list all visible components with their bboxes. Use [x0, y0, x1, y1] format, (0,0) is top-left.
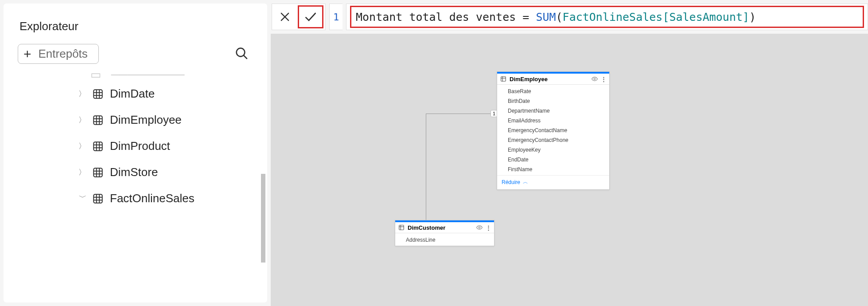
tree-item-factonlinesales[interactable]: 〉 FactOnlineSales	[4, 185, 267, 212]
add-warehouse-button[interactable]: + Entrepôts	[18, 44, 99, 64]
svg-point-36	[479, 227, 480, 228]
field[interactable]: FirstName	[508, 165, 603, 174]
dax-function: SUM	[536, 11, 556, 24]
collapse-button[interactable]: Réduire ︿	[497, 175, 609, 189]
search-icon	[234, 46, 249, 60]
add-warehouse-label: Entrepôts	[39, 47, 88, 61]
entity-dimcustomer[interactable]: DimCustomer ⋮ AddressLine	[395, 220, 494, 246]
svg-rect-17	[93, 168, 102, 177]
field[interactable]: DepartmentName	[508, 106, 603, 116]
formula-controls	[272, 4, 326, 30]
chevron-right-icon: 〉	[78, 115, 86, 125]
relationship-line[interactable]	[426, 114, 426, 238]
entity-header[interactable]: DimEmployee ⋮	[497, 72, 609, 85]
explorer-toolbar: + Entrepôts	[4, 44, 267, 67]
entity-header[interactable]: DimCustomer ⋮	[395, 220, 494, 233]
explorer-panel: Explorateur + Entrepôts ▭ ───────── 〉 Di…	[4, 4, 267, 302]
formula-input[interactable]: Montant total des ventes = SUM(FactOnlin…	[350, 6, 864, 28]
explorer-title: Explorateur	[4, 14, 267, 44]
tree-item-dimstore[interactable]: 〉 DimStore	[4, 159, 267, 185]
svg-rect-2	[93, 90, 102, 98]
field[interactable]: EmployeeKey	[508, 145, 603, 155]
accept-button[interactable]	[298, 5, 323, 28]
table-label: FactOnlineSales	[110, 192, 195, 205]
table-icon	[398, 224, 405, 231]
field[interactable]: EmergencyContactName	[508, 126, 603, 135]
entity-title: DimCustomer	[408, 224, 445, 231]
table-label: DimStore	[110, 165, 158, 179]
tree-item-dimemployee[interactable]: 〉 DimEmployee	[4, 107, 267, 133]
svg-rect-29	[501, 77, 506, 82]
chevron-right-icon: 〉	[78, 141, 86, 151]
chevron-up-icon: ︿	[523, 178, 528, 186]
field[interactable]: BaseRate	[508, 86, 603, 96]
check-icon	[304, 10, 318, 24]
entity-fields: BaseRate BirthDate DepartmentName EmailA…	[497, 85, 609, 175]
more-icon[interactable]: ⋮	[601, 76, 607, 82]
close-paren: )	[749, 11, 756, 24]
svg-line-1	[244, 55, 247, 59]
table-icon	[92, 114, 104, 126]
table-icon	[92, 141, 104, 152]
measure-name: Montant total des ventes	[356, 11, 516, 24]
dax-column: [SalesAmount]	[662, 11, 749, 24]
entity-title: DimEmployee	[510, 76, 548, 82]
model-canvas[interactable]: 1 DimEmployee ⋮ BaseRate BirthDate Depar…	[271, 34, 868, 306]
tree-item-dimdate[interactable]: 〉 DimDate	[4, 81, 267, 107]
field[interactable]: EndDate	[508, 155, 603, 165]
search-button[interactable]	[233, 44, 250, 63]
table-icon	[92, 167, 104, 178]
chevron-right-icon: 〉	[78, 89, 86, 99]
tables-tree: ▭ ───────── 〉 DimDate 〉 DimEmployee 〉 Di…	[4, 67, 267, 212]
table-icon	[92, 193, 104, 204]
svg-point-32	[594, 78, 596, 80]
tree-item-cutoff: ▭ ─────────	[4, 68, 267, 81]
table-label: DimDate	[110, 87, 155, 101]
more-icon[interactable]: ⋮	[486, 224, 491, 231]
field[interactable]: EmergencyContactPhone	[508, 135, 603, 145]
table-icon	[92, 88, 104, 100]
line-number: 1	[329, 4, 343, 30]
entity-fields: AddressLine	[395, 233, 494, 246]
svg-rect-22	[93, 194, 102, 203]
table-label: DimEmployee	[110, 113, 182, 127]
plus-icon: +	[23, 47, 31, 61]
field[interactable]: AddressLine	[406, 235, 488, 245]
eye-icon[interactable]	[591, 75, 598, 82]
svg-rect-7	[93, 116, 102, 125]
tree-item-dimproduct[interactable]: 〉 DimProduct	[4, 133, 267, 159]
field[interactable]: BirthDate	[508, 96, 603, 106]
scrollbar[interactable]	[261, 174, 265, 263]
eye-icon[interactable]	[476, 224, 483, 231]
table-icon	[500, 75, 507, 82]
relationship-line[interactable]	[426, 114, 497, 114]
svg-rect-12	[93, 142, 102, 151]
entity-dimemployee[interactable]: DimEmployee ⋮ BaseRate BirthDate Departm…	[497, 71, 610, 190]
dax-table: FactOnlineSales	[563, 11, 663, 24]
chevron-down-icon: 〉	[77, 195, 87, 203]
editor-area: 1 Montant total des ventes = SUM(FactOnl…	[271, 4, 868, 306]
chevron-right-icon: 〉	[78, 167, 86, 177]
close-icon	[279, 11, 291, 23]
table-label: DimProduct	[110, 139, 170, 153]
formula-input-wrap: Montant total des ventes = SUM(FactOnlin…	[346, 4, 868, 30]
svg-rect-33	[399, 225, 404, 230]
cancel-button[interactable]	[272, 4, 298, 30]
open-paren: (	[556, 11, 563, 24]
collapse-label: Réduire	[502, 179, 520, 185]
field[interactable]: EmailAddress	[508, 116, 603, 126]
formula-bar: 1 Montant total des ventes = SUM(FactOnl…	[271, 4, 868, 30]
equals: =	[516, 11, 536, 24]
